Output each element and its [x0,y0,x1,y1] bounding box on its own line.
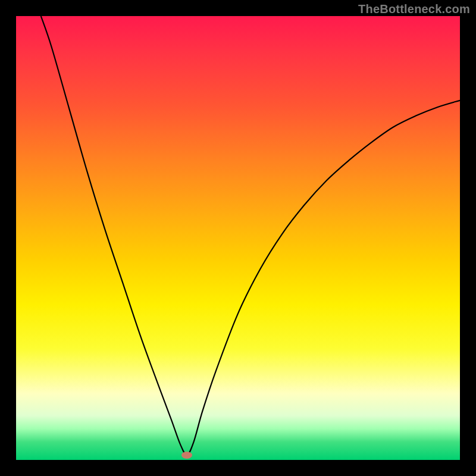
minimum-marker [181,452,192,459]
bottleneck-curve [41,16,460,455]
chart-frame: TheBottleneck.com [0,0,476,476]
plot-area [16,16,460,460]
curve-svg [16,16,460,460]
watermark-label: TheBottleneck.com [358,2,470,16]
